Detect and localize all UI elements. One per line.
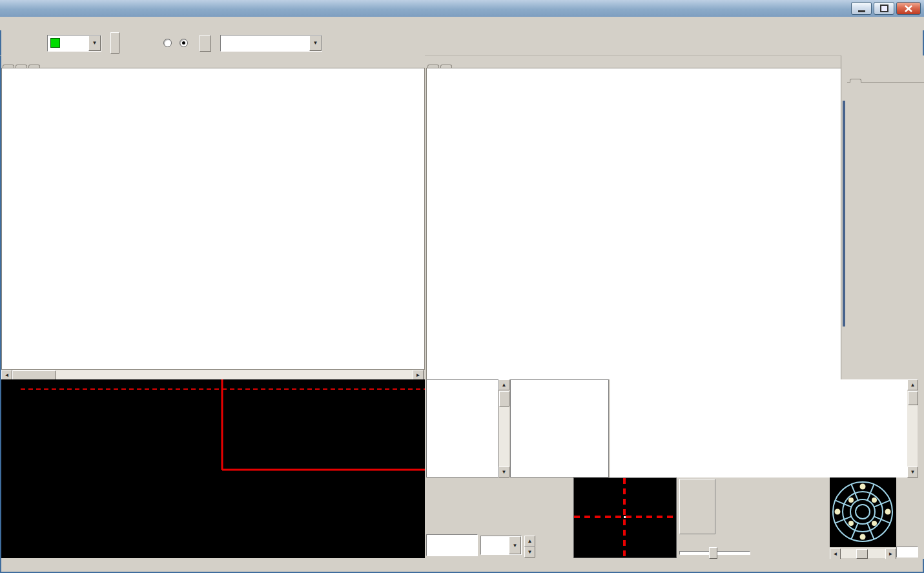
annotation-tab-row [847,69,924,83]
color-swatch-icon [50,38,60,48]
align-annotation-list [426,379,498,478]
main-toolbar: ▼ ▼ [0,30,924,56]
chevron-down-icon[interactable]: ▼ [88,35,101,51]
scroll-up-icon[interactable]: ▲ [498,379,509,390]
scrollbar-thumb[interactable] [12,370,56,380]
machine-control-area: ▼ ▲ ▼ [425,478,924,559]
crosshair-panel [573,478,677,558]
scroll-up-icon[interactable]: ▲ [907,379,918,390]
light-intensity-value [896,547,918,558]
manual-mode-radio[interactable] [180,39,190,47]
jog-panel [678,478,750,559]
chart-control-limits [427,102,795,115]
pcb-export-button[interactable] [110,32,119,54]
jog-mode-group [679,479,715,534]
construct-tools [847,55,924,66]
main-lens-button[interactable] [200,35,211,52]
spin-down-icon[interactable]: ▼ [524,547,535,558]
scrollbar-thumb[interactable] [499,391,509,407]
radio-icon[interactable] [163,39,172,47]
grid-hscrollbar[interactable]: ◄ ► [1,370,424,379]
maximize-icon [880,5,888,12]
minimize-button[interactable] [851,2,872,15]
menu-bar [0,17,924,30]
minimize-icon [858,10,865,12]
image-viewport[interactable] [1,379,425,558]
xbar-chart-svg [427,68,840,379]
table-vscrollbar[interactable]: ▲ ▼ [907,379,918,478]
scroll-left-icon[interactable]: ◄ [830,548,841,559]
measurement-table [610,379,907,478]
measure-toolbar [847,55,924,379]
scroll-down-icon[interactable]: ▼ [498,467,509,478]
list-vscrollbar[interactable]: ▲ ▼ [498,379,509,478]
wheel-scrollbar[interactable]: ◄ ► [830,548,896,558]
scroll-right-icon[interactable]: ► [885,548,896,559]
close-icon [905,5,912,12]
status-bar [1,559,923,571]
detail-panel [510,379,609,478]
annotation-result-area: ▲ ▼ ▲ ▼ [426,379,924,478]
viewport-overlay [1,379,425,558]
scroll-down-icon[interactable]: ▼ [907,467,918,478]
radio-checked-icon[interactable] [180,39,188,47]
profile-combo[interactable]: ▼ [220,35,322,52]
machine-status [426,534,478,556]
color-combo[interactable]: ▼ [47,35,101,52]
maximize-button[interactable] [874,2,894,15]
slider-thumb[interactable] [709,547,717,559]
chevron-down-icon[interactable]: ▼ [509,536,521,554]
spin-up-icon[interactable]: ▲ [524,536,535,547]
scrollbar-track[interactable] [498,407,509,467]
ring-light-wheel[interactable] [830,478,896,547]
speed-spinner: ▲ ▼ [524,536,535,558]
ring-light-diagram [830,478,896,547]
chevron-down-icon[interactable]: ▼ [309,35,322,51]
scrollbar-thumb[interactable] [908,391,918,405]
right-panel-tabs [426,55,841,68]
data-panel: ◄ ► [1,55,425,379]
left-panel-tabs [1,55,425,68]
speed-slider[interactable] [679,547,749,558]
panel-splitter[interactable] [841,55,847,379]
title-bar[interactable] [0,0,924,17]
splitter-channel [843,101,845,327]
scrollbar-thumb[interactable] [856,549,868,559]
window-controls [849,2,921,15]
xbar-chart [426,68,842,381]
tab-annotation[interactable] [850,79,861,83]
close-button[interactable] [896,2,921,15]
speed-combo[interactable]: ▼ [480,536,522,555]
scrollbar-track[interactable] [56,370,413,379]
scrollbar-track[interactable] [907,406,918,467]
scrollbar-track[interactable] [868,548,885,558]
jog-arrow-pad [750,478,829,559]
crosshair-icon [574,478,676,558]
data-grid [1,68,425,370]
app-window: ▼ ▼ ◄ ► [0,0,924,573]
cnc-mode-radio[interactable] [163,39,174,47]
report-panel [426,55,841,379]
